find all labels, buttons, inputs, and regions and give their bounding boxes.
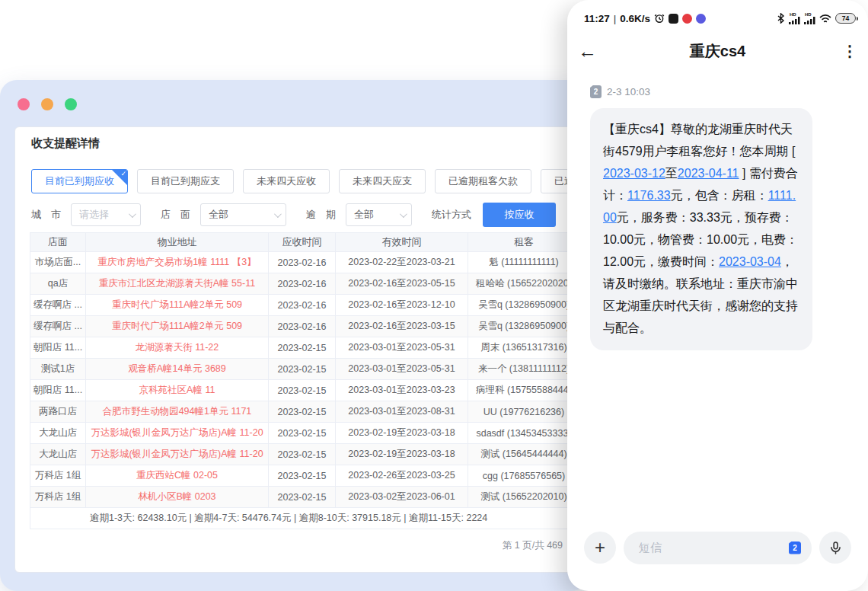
address-cell[interactable]: 重庆西站C幢 02-05 [86, 465, 269, 487]
due-date-cell: 2023-02-15 [269, 465, 336, 487]
due-date-cell: 2023-02-15 [269, 487, 336, 508]
address-cell[interactable]: 重庆时代广场111A幢2单元 509 [86, 316, 269, 337]
address-cell[interactable]: 合肥市野生动物园494幢1单元 1171 [86, 401, 269, 423]
minimize-window-icon[interactable] [41, 98, 53, 110]
sim-select-icon[interactable]: 2 [789, 541, 801, 554]
message-timestamp: 2-3 10:03 [607, 86, 650, 97]
due-date-cell: 2023-02-15 [269, 401, 336, 423]
filter-tab[interactable]: 未来四天应支 [339, 169, 426, 193]
tenant-cell: 测试 (15652202010) [468, 487, 580, 508]
app-notification-icon-black [669, 14, 678, 24]
maximize-window-icon[interactable] [65, 98, 77, 110]
filter-tab[interactable]: 未来四天应收 [243, 169, 330, 193]
message-text: 至 [665, 167, 678, 180]
store-cell: 大龙山店 [30, 444, 86, 465]
page-title: 收支提醒详情 [31, 136, 100, 151]
column-header: 有效时间 [336, 233, 468, 252]
sms-message-bubble: 【重庆cs4】尊敬的龙湖重庆时代天街4579用户李租客您好！您本周期 [ 202… [590, 108, 812, 350]
filter-tab[interactable]: 目前已到期应支 [137, 169, 234, 193]
sim2-signal-icon: HD [804, 13, 815, 24]
city-select[interactable]: 请选择 [71, 203, 141, 226]
payment-reminder-panel: 收支提醒详情 目前已到期应收✓目前已到期应支未来四天应收未来四天应支已逾期租客欠… [14, 126, 579, 573]
sms-input[interactable]: 短信 2 [624, 532, 812, 564]
valid-period-cell: 2023-02-16至2023-12-10 [336, 295, 468, 316]
table-row: 大龙山店万达影城(银川金凤万达广场店)A幢 11-202023-02-15202… [30, 423, 580, 444]
attach-button[interactable]: + [584, 532, 616, 564]
desktop-window: 收支提醒详情 目前已到期应收✓目前已到期应支未来四天应收未来四天应支已逾期租客欠… [0, 80, 588, 591]
sms-input-placeholder: 短信 [639, 541, 789, 555]
column-header: 店面 [30, 233, 86, 252]
composer-bar: + 短信 2 [584, 531, 851, 564]
due-date-cell: 2023-02-16 [269, 316, 336, 337]
tenant-cell: 吴雪q (13286950900) [468, 316, 580, 337]
due-date-cell: 2023-02-16 [269, 252, 336, 273]
filter-bar: 城 市 请选择 店 面 全部 逾 期 全部 统计方式 按应收 [31, 203, 556, 227]
address-cell[interactable]: 重庆市江北区龙湖源著天街A幢 55-11 [86, 273, 269, 295]
app-notification-icon-purple [696, 14, 706, 24]
filter-tab[interactable]: 已逾期租客欠款 [435, 169, 531, 193]
due-date-cell: 2023-02-16 [269, 295, 336, 316]
message-text: 元，包含：房租： [671, 189, 768, 202]
message-link[interactable]: 2023-04-11 [678, 167, 739, 180]
store-cell: 朝阳店 11... [30, 380, 86, 401]
address-cell[interactable]: 京科苑社区A幢 11 [86, 380, 269, 401]
bluetooth-icon [777, 13, 785, 24]
address-cell[interactable]: 万达影城(银川金凤万达广场店)A幢 11-20 [86, 423, 269, 444]
due-date-cell: 2023-02-15 [269, 444, 336, 465]
stat-by-receivable-button[interactable]: 按应收 [483, 203, 556, 227]
filter-tabs: 目前已到期应收✓目前已到期应支未来四天应收未来四天应支已逾期租客欠款已逾期房东欠… [31, 169, 637, 193]
table-row: qa店重庆市江北区龙湖源著天街A幢 55-112023-02-162023-02… [30, 273, 580, 295]
valid-period-cell: 2023-03-01至2023-03-23 [336, 380, 468, 401]
table-row: 缓存啊店 ...重庆时代广场111A幢2单元 5092023-02-162023… [30, 316, 580, 337]
reminder-table: 店面物业地址应收时间有效时间租客 市场店面...重庆市房地产交易市场1幢 111… [30, 232, 579, 529]
message-meta: 2 2-3 10:03 [590, 85, 650, 98]
tenant-cell: 来一个 (13811111112) [468, 359, 580, 380]
alarm-clock-icon [654, 13, 665, 24]
sim1-signal-icon: HD [789, 13, 800, 24]
message-text: 【重庆cs4】尊敬的龙湖重庆时代天街4579用户李租客您好！您本周期 [ [603, 123, 795, 158]
column-header: 应收时间 [269, 233, 336, 252]
valid-period-cell: 2023-02-22至2023-03-21 [336, 252, 468, 273]
filter-tab[interactable]: 目前已到期应收✓ [31, 169, 128, 193]
valid-period-cell: 2023-02-19至2023-03-18 [336, 444, 468, 465]
table-row: 大龙山店万达影城(银川金凤万达广场店)A幢 11-202023-02-15202… [30, 444, 580, 465]
address-cell[interactable]: 观音桥A幢14单元 3689 [86, 359, 269, 380]
due-date-cell: 2023-02-16 [269, 273, 336, 295]
valid-period-cell: 2023-02-16至2023-03-15 [336, 316, 468, 337]
table-body: 市场店面...重庆市房地产交易市场1幢 1111 【3】2023-02-1620… [30, 252, 580, 508]
tenant-cell: 周末 (13651317316) [468, 337, 580, 359]
back-arrow-icon[interactable]: ← [578, 40, 611, 62]
table-row: 测试1店观音桥A幢14单元 36892023-02-152023-03-01至2… [30, 359, 580, 380]
message-link[interactable]: 2023-03-12 [603, 167, 665, 180]
store-cell: 缓存啊店 ... [30, 295, 86, 316]
address-cell[interactable]: 万达影城(银川金凤万达广场店)A幢 11-20 [86, 444, 269, 465]
store-cell: 两路口店 [30, 401, 86, 423]
tenant-cell: UU (19776216236) [468, 401, 580, 423]
address-cell[interactable]: 龙湖源著天街 11-22 [86, 337, 269, 359]
valid-period-cell: 2023-02-26至2023-03-25 [336, 465, 468, 487]
valid-period-cell: 2023-03-01至2023-05-31 [336, 337, 468, 359]
table-row: 两路口店合肥市野生动物园494幢1单元 11712023-02-152023-0… [30, 401, 580, 423]
status-right: HD HD 74 [777, 13, 856, 24]
table-row: 万科店 1组重庆西站C幢 02-052023-02-152023-02-26至2… [30, 465, 580, 487]
address-cell[interactable]: 林机小区B幢 0203 [86, 487, 269, 508]
table-row: 朝阳店 11...龙湖源著天街 11-222023-02-152023-03-0… [30, 337, 580, 359]
valid-period-cell: 2023-02-19至2023-03-18 [336, 423, 468, 444]
due-date-cell: 2023-02-15 [269, 359, 336, 380]
address-cell[interactable]: 重庆时代广场111A幢2单元 509 [86, 295, 269, 316]
message-link[interactable]: 1176.33 [627, 189, 671, 202]
chevron-down-icon [274, 210, 282, 218]
voice-button[interactable] [819, 532, 851, 564]
message-link[interactable]: 2023-03-04 [719, 255, 781, 268]
address-cell[interactable]: 重庆市房地产交易市场1幢 1111 【3】 [86, 252, 269, 273]
store-select[interactable]: 全部 [200, 203, 286, 226]
overdue-select[interactable]: 全部 [346, 203, 412, 226]
microphone-icon [828, 541, 843, 555]
store-cell: 测试1店 [30, 359, 86, 380]
more-menu-icon[interactable]: ⋮ [824, 42, 857, 60]
close-window-icon[interactable] [18, 98, 30, 110]
overdue-label: 逾 期 [306, 208, 336, 222]
table-row: 市场店面...重庆市房地产交易市场1幢 1111 【3】2023-02-1620… [30, 252, 580, 273]
table-row: 万科店 1组林机小区B幢 02032023-02-152023-03-02至20… [30, 487, 580, 508]
status-left: 11:27 | 0.6K/s [584, 13, 706, 24]
